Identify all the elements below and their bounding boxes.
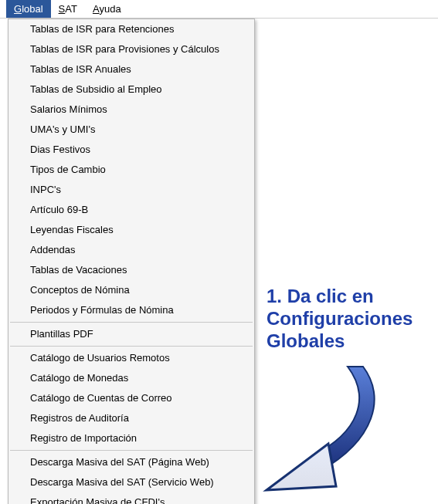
menu-separator <box>10 450 253 451</box>
annotation-text: 1. Da clic en Configuraciones Globales <box>267 286 429 352</box>
menu-item-tablas-de-isr-para-retenciones[interactable]: Tablas de ISR para Retenciones <box>8 19 254 39</box>
menubar-item-global[interactable]: Global <box>6 0 51 18</box>
menu-item-catalogo-de-usuarios-remotos[interactable]: Catálogo de Usuarios Remotos <box>8 348 254 368</box>
menu-item-descarga-masiva-del-sat-pagina-web[interactable]: Descarga Masiva del SAT (Página Web) <box>8 452 254 472</box>
menu-item-articulo-69-b[interactable]: Artículo 69-B <box>8 200 254 220</box>
menu-separator <box>10 346 253 347</box>
menu-item-tablas-de-isr-para-provisiones-y-calculos[interactable]: Tablas de ISR para Provisiones y Cálculo… <box>8 39 254 59</box>
menubar-item-ayuda[interactable]: Ayuda <box>85 0 129 18</box>
menu-item-tablas-de-subsidio-al-empleo[interactable]: Tablas de Subsidio al Empleo <box>8 79 254 100</box>
menu-item-descarga-masiva-del-sat-servicio-web[interactable]: Descarga Masiva del SAT (Servicio Web) <box>8 472 254 492</box>
menu-item-tipos-de-cambio[interactable]: Tipos de Cambio <box>8 160 254 180</box>
menu-item-addendas[interactable]: Addendas <box>8 240 254 260</box>
global-menu-dropdown: Tablas de ISR para RetencionesTablas de … <box>8 19 255 504</box>
menu-item-catalogo-de-cuentas-de-correo[interactable]: Catálogo de Cuentas de Correo <box>8 388 254 408</box>
menu-item-dias-festivos[interactable]: Dias Festivos <box>8 140 254 160</box>
menu-item-catalogo-de-monedas[interactable]: Catálogo de Monedas <box>8 368 254 388</box>
menu-item-tablas-de-isr-anuales[interactable]: Tablas de ISR Anuales <box>8 59 254 79</box>
menu-item-inpc-s[interactable]: INPC's <box>8 180 254 200</box>
menu-item-leyendas-fiscales[interactable]: Leyendas Fiscales <box>8 220 254 240</box>
menu-item-exportacion-masiva-de-cfdi-s[interactable]: Exportación Masiva de CFDI's <box>8 492 254 504</box>
menu-item-uma-s-y-umi-s[interactable]: UMA's y UMI's <box>8 120 254 140</box>
annotation-arrow-icon <box>239 355 394 502</box>
menu-separator <box>10 322 253 323</box>
menu-item-periodos-y-formulas-de-nomina[interactable]: Periodos y Fórmulas de Nómina <box>8 300 254 320</box>
menu-item-salarios-minimos[interactable]: Salarios Mínimos <box>8 100 254 120</box>
menu-item-conceptos-de-nomina[interactable]: Conceptos de Nómina <box>8 280 254 300</box>
menu-item-registro-de-importacion[interactable]: Registro de Importación <box>8 428 254 448</box>
menubar: GlobalSATAyuda <box>0 0 438 19</box>
menu-item-registros-de-auditoria[interactable]: Registros de Auditoría <box>8 408 254 428</box>
menu-item-tablas-de-vacaciones[interactable]: Tablas de Vacaciones <box>8 260 254 280</box>
menu-item-plantillas-pdf[interactable]: Plantillas PDF <box>8 324 254 344</box>
menubar-item-sat[interactable]: SAT <box>51 0 85 18</box>
